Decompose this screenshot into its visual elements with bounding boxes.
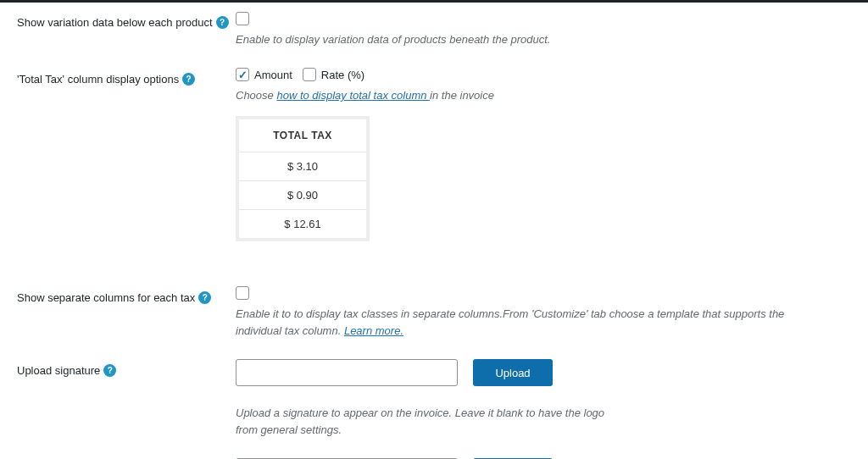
help-icon[interactable]: ? xyxy=(103,364,116,377)
row-variation-data: Show variation data below each product ?… xyxy=(17,11,868,47)
description-signature: Upload a signature to appear on the invo… xyxy=(236,405,626,438)
settings-form: Show variation data below each product ?… xyxy=(0,3,868,459)
label-text: Show variation data below each product xyxy=(17,16,213,29)
checkbox-variation-data[interactable] xyxy=(236,12,249,25)
description-separate-cols: Enable it to to display tax classes in s… xyxy=(236,306,817,339)
checkbox-separate-cols[interactable] xyxy=(236,286,249,300)
row-total-tax: 'Total Tax' column display options ? Amo… xyxy=(17,68,868,244)
signature-input[interactable] xyxy=(236,359,458,386)
field-signature: Upload Upload a signature to appear on t… xyxy=(236,359,868,438)
checkbox-amount[interactable] xyxy=(236,68,249,81)
label-text: Show separate columns for each tax xyxy=(17,291,195,304)
field-separate-cols: Enable it to to display tax classes in s… xyxy=(236,286,868,340)
row-separate-cols: Show separate columns for each tax ? Ena… xyxy=(17,286,868,340)
label-variation-data: Show variation data below each product ? xyxy=(17,11,236,29)
tax-table-cell: $ 12.61 xyxy=(239,209,366,238)
description-variation: Enable to display variation data of prod… xyxy=(236,31,817,48)
help-icon[interactable]: ? xyxy=(182,73,195,86)
label-separate-cols: Show separate columns for each tax ? xyxy=(17,286,236,304)
label-total-tax: 'Total Tax' column display options ? xyxy=(17,68,236,86)
desc-text: Enable it to to display tax classes in s… xyxy=(236,307,784,337)
label-text: Upload signature xyxy=(17,364,100,377)
tax-table: TOTAL TAX $ 3.10 $ 0.90 $ 12.61 xyxy=(239,119,366,238)
help-icon[interactable]: ? xyxy=(198,291,211,304)
tax-table-preview: TOTAL TAX $ 3.10 $ 0.90 $ 12.61 xyxy=(236,116,370,241)
tax-table-cell: $ 3.10 xyxy=(239,152,366,180)
label-rate[interactable]: Rate (%) xyxy=(321,69,364,81)
upload-signature-button[interactable]: Upload xyxy=(473,359,553,386)
upload-signature-row: Upload xyxy=(236,359,817,386)
row-signature: Upload signature ? Upload Upload a signa… xyxy=(17,359,868,438)
link-total-tax-help[interactable]: how to display total tax column xyxy=(276,89,430,102)
label-signature: Upload signature ? xyxy=(17,359,236,377)
description-total-tax: Choose how to display total tax column i… xyxy=(236,87,817,104)
field-variation-data: Enable to display variation data of prod… xyxy=(236,11,868,47)
tax-table-cell: $ 0.90 xyxy=(239,180,366,209)
field-total-tax: Amount Rate (%) Choose how to display to… xyxy=(236,68,868,244)
link-learn-more[interactable]: Learn more. xyxy=(344,324,403,337)
desc-suffix: in the invoice xyxy=(430,89,494,102)
label-text: 'Total Tax' column display options xyxy=(17,73,179,86)
help-icon[interactable]: ? xyxy=(216,16,229,29)
checkbox-rate[interactable] xyxy=(303,68,316,81)
desc-prefix: Choose xyxy=(236,89,276,102)
label-amount[interactable]: Amount xyxy=(254,69,292,81)
total-tax-options: Amount Rate (%) xyxy=(236,68,817,81)
tax-table-header: TOTAL TAX xyxy=(239,119,366,152)
